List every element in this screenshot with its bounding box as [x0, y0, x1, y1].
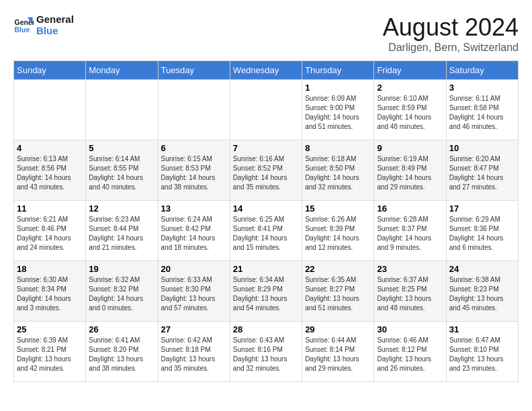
day-info: Sunrise: 6:23 AM Sunset: 8:44 PM Dayligh… — [89, 215, 154, 253]
calendar-day-cell: 10Sunrise: 6:20 AM Sunset: 8:47 PM Dayli… — [446, 140, 518, 201]
calendar-day-cell: 7Sunrise: 6:16 AM Sunset: 8:52 PM Daylig… — [230, 140, 302, 201]
calendar-day-cell: 19Sunrise: 6:32 AM Sunset: 8:32 PM Dayli… — [86, 261, 158, 322]
calendar-week-row: 1Sunrise: 6:09 AM Sunset: 9:00 PM Daylig… — [14, 80, 519, 140]
day-number: 13 — [161, 203, 227, 214]
weekday-header-wednesday: Wednesday — [230, 61, 302, 80]
calendar-day-cell: 11Sunrise: 6:21 AM Sunset: 8:46 PM Dayli… — [14, 201, 86, 261]
calendar-day-cell — [14, 80, 86, 140]
weekday-header-saturday: Saturday — [446, 61, 518, 80]
calendar-day-cell: 27Sunrise: 6:42 AM Sunset: 8:18 PM Dayli… — [158, 322, 230, 382]
title-block: August 2024 Darligen, Bern, Switzerland — [383, 13, 519, 54]
logo: General Blue General Blue — [13, 13, 74, 36]
day-number: 2 — [377, 83, 443, 93]
day-number: 24 — [449, 264, 515, 274]
day-number: 4 — [17, 143, 83, 153]
weekday-header-thursday: Thursday — [302, 61, 374, 80]
day-info: Sunrise: 6:44 AM Sunset: 8:14 PM Dayligh… — [305, 336, 371, 373]
day-number: 7 — [233, 143, 299, 153]
calendar-day-cell: 18Sunrise: 6:30 AM Sunset: 8:34 PM Dayli… — [14, 261, 86, 322]
day-info: Sunrise: 6:13 AM Sunset: 8:56 PM Dayligh… — [17, 154, 83, 192]
day-number: 14 — [233, 203, 299, 214]
day-number: 17 — [449, 203, 515, 214]
day-number: 19 — [89, 264, 154, 274]
weekday-header-monday: Monday — [86, 61, 158, 80]
day-number: 21 — [233, 264, 299, 274]
calendar-day-cell: 16Sunrise: 6:28 AM Sunset: 8:37 PM Dayli… — [374, 201, 446, 261]
calendar-day-cell: 14Sunrise: 6:25 AM Sunset: 8:41 PM Dayli… — [230, 201, 302, 261]
day-info: Sunrise: 6:32 AM Sunset: 8:32 PM Dayligh… — [89, 275, 154, 313]
month-year-title: August 2024 — [383, 13, 519, 42]
calendar-day-cell: 30Sunrise: 6:46 AM Sunset: 8:12 PM Dayli… — [374, 322, 446, 382]
logo-blue: Blue — [36, 25, 74, 36]
day-number: 11 — [17, 203, 83, 214]
calendar-week-row: 11Sunrise: 6:21 AM Sunset: 8:46 PM Dayli… — [14, 201, 519, 261]
calendar-week-row: 18Sunrise: 6:30 AM Sunset: 8:34 PM Dayli… — [14, 261, 519, 322]
day-number: 1 — [305, 83, 371, 93]
logo-general: General — [36, 13, 74, 25]
calendar-day-cell: 22Sunrise: 6:35 AM Sunset: 8:27 PM Dayli… — [302, 261, 374, 322]
calendar-day-cell: 21Sunrise: 6:34 AM Sunset: 8:29 PM Dayli… — [230, 261, 302, 322]
day-number: 15 — [305, 203, 371, 214]
calendar-day-cell: 6Sunrise: 6:15 AM Sunset: 8:53 PM Daylig… — [158, 140, 230, 201]
day-info: Sunrise: 6:16 AM Sunset: 8:52 PM Dayligh… — [233, 154, 299, 192]
day-info: Sunrise: 6:20 AM Sunset: 8:47 PM Dayligh… — [449, 154, 515, 192]
day-info: Sunrise: 6:21 AM Sunset: 8:46 PM Dayligh… — [17, 215, 83, 253]
weekday-header-row: SundayMondayTuesdayWednesdayThursdayFrid… — [14, 61, 519, 80]
day-info: Sunrise: 6:37 AM Sunset: 8:25 PM Dayligh… — [377, 275, 443, 313]
day-info: Sunrise: 6:15 AM Sunset: 8:53 PM Dayligh… — [161, 154, 227, 192]
day-info: Sunrise: 6:41 AM Sunset: 8:20 PM Dayligh… — [89, 336, 154, 373]
day-info: Sunrise: 6:30 AM Sunset: 8:34 PM Dayligh… — [17, 275, 83, 313]
day-info: Sunrise: 6:43 AM Sunset: 8:16 PM Dayligh… — [233, 336, 299, 373]
location-text: Darligen, Bern, Switzerland — [383, 42, 519, 54]
day-info: Sunrise: 6:39 AM Sunset: 8:21 PM Dayligh… — [17, 336, 83, 373]
calendar-day-cell: 26Sunrise: 6:41 AM Sunset: 8:20 PM Dayli… — [86, 322, 158, 382]
day-number: 6 — [161, 143, 227, 153]
day-info: Sunrise: 6:42 AM Sunset: 8:18 PM Dayligh… — [161, 336, 227, 373]
calendar-day-cell: 8Sunrise: 6:18 AM Sunset: 8:50 PM Daylig… — [302, 140, 374, 201]
page-header: General Blue General Blue August 2024 Da… — [13, 13, 519, 54]
calendar-day-cell — [86, 80, 158, 140]
calendar-day-cell: 4Sunrise: 6:13 AM Sunset: 8:56 PM Daylig… — [14, 140, 86, 201]
day-number: 12 — [89, 203, 154, 214]
day-info: Sunrise: 6:35 AM Sunset: 8:27 PM Dayligh… — [305, 275, 371, 313]
day-info: Sunrise: 6:29 AM Sunset: 8:36 PM Dayligh… — [449, 215, 515, 253]
day-info: Sunrise: 6:09 AM Sunset: 9:00 PM Dayligh… — [305, 94, 371, 132]
day-info: Sunrise: 6:26 AM Sunset: 8:39 PM Dayligh… — [305, 215, 371, 253]
day-number: 20 — [161, 264, 227, 274]
day-number: 10 — [449, 143, 515, 153]
calendar-day-cell: 17Sunrise: 6:29 AM Sunset: 8:36 PM Dayli… — [446, 201, 518, 261]
weekday-header-tuesday: Tuesday — [158, 61, 230, 80]
calendar-day-cell: 25Sunrise: 6:39 AM Sunset: 8:21 PM Dayli… — [14, 322, 86, 382]
day-number: 29 — [305, 324, 371, 334]
day-info: Sunrise: 6:38 AM Sunset: 8:23 PM Dayligh… — [449, 275, 515, 313]
day-info: Sunrise: 6:18 AM Sunset: 8:50 PM Dayligh… — [305, 154, 371, 192]
weekday-header-friday: Friday — [374, 61, 446, 80]
calendar-day-cell: 3Sunrise: 6:11 AM Sunset: 8:58 PM Daylig… — [446, 80, 518, 140]
calendar-day-cell: 31Sunrise: 6:47 AM Sunset: 8:10 PM Dayli… — [446, 322, 518, 382]
calendar-day-cell: 12Sunrise: 6:23 AM Sunset: 8:44 PM Dayli… — [86, 201, 158, 261]
day-info: Sunrise: 6:47 AM Sunset: 8:10 PM Dayligh… — [449, 336, 515, 373]
day-number: 25 — [17, 324, 83, 334]
calendar-day-cell — [158, 80, 230, 140]
calendar-day-cell: 9Sunrise: 6:19 AM Sunset: 8:49 PM Daylig… — [374, 140, 446, 201]
day-info: Sunrise: 6:25 AM Sunset: 8:41 PM Dayligh… — [233, 215, 299, 253]
day-info: Sunrise: 6:11 AM Sunset: 8:58 PM Dayligh… — [449, 94, 515, 132]
day-info: Sunrise: 6:34 AM Sunset: 8:29 PM Dayligh… — [233, 275, 299, 313]
logo-icon: General Blue — [13, 15, 34, 35]
day-info: Sunrise: 6:24 AM Sunset: 8:42 PM Dayligh… — [161, 215, 227, 253]
calendar-day-cell: 15Sunrise: 6:26 AM Sunset: 8:39 PM Dayli… — [302, 201, 374, 261]
day-number: 5 — [89, 143, 154, 153]
day-number: 22 — [305, 264, 371, 274]
calendar-day-cell: 2Sunrise: 6:10 AM Sunset: 8:59 PM Daylig… — [374, 80, 446, 140]
weekday-header-sunday: Sunday — [14, 61, 86, 80]
day-number: 27 — [161, 324, 227, 334]
day-info: Sunrise: 6:19 AM Sunset: 8:49 PM Dayligh… — [377, 154, 443, 192]
day-number: 26 — [89, 324, 154, 334]
calendar-day-cell: 28Sunrise: 6:43 AM Sunset: 8:16 PM Dayli… — [230, 322, 302, 382]
day-info: Sunrise: 6:33 AM Sunset: 8:30 PM Dayligh… — [161, 275, 227, 313]
calendar-day-cell: 24Sunrise: 6:38 AM Sunset: 8:23 PM Dayli… — [446, 261, 518, 322]
calendar-day-cell: 5Sunrise: 6:14 AM Sunset: 8:55 PM Daylig… — [86, 140, 158, 201]
day-number: 30 — [377, 324, 443, 334]
day-number: 3 — [449, 83, 515, 93]
calendar-week-row: 4Sunrise: 6:13 AM Sunset: 8:56 PM Daylig… — [14, 140, 519, 201]
